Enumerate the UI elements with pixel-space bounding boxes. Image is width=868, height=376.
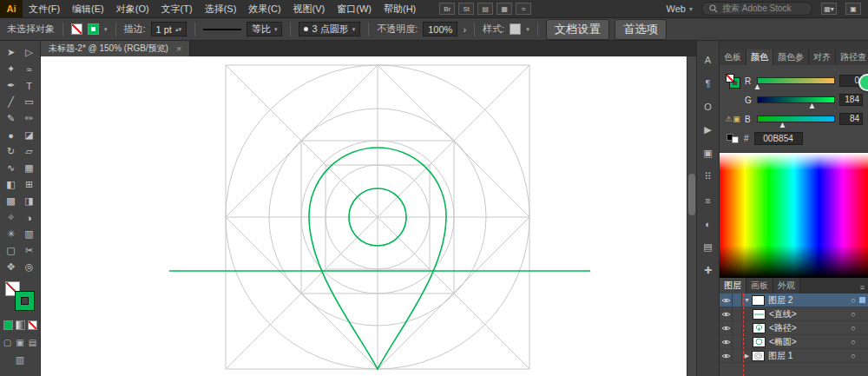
workspace-switcher[interactable]: Web ▾ <box>667 3 693 14</box>
type-tool[interactable]: T <box>20 77 38 94</box>
draw-behind-button[interactable]: ▣ <box>16 338 23 347</box>
layer-thumbnail[interactable] <box>753 309 766 320</box>
style-swatch[interactable] <box>510 23 521 35</box>
menu-file[interactable]: 文件(F) <box>23 0 66 17</box>
links-panel-icon[interactable]: ▣ <box>697 142 719 165</box>
slider-thumb[interactable] <box>755 84 760 89</box>
magic-wand-tool[interactable]: ✦ <box>2 61 20 77</box>
vertical-scrollbar[interactable] <box>687 56 696 376</box>
chevron-down-icon[interactable]: ▾ <box>526 26 529 33</box>
layer-row-line[interactable]: <直线> ○ <box>720 307 868 321</box>
expand-icon[interactable]: ▶ <box>742 353 752 360</box>
screen-mode-button[interactable]: ▥ <box>16 354 24 366</box>
app-logo[interactable]: Ai <box>0 0 23 17</box>
window-icon[interactable]: ▣ <box>845 3 861 15</box>
lock-toggle[interactable] <box>733 335 742 348</box>
pen-tool[interactable]: ✒ <box>2 77 20 94</box>
selection-tool[interactable]: ➤ <box>2 44 20 61</box>
stock-search-input[interactable]: 搜索 Adobe Stock <box>701 2 812 16</box>
green-slider[interactable] <box>757 96 835 103</box>
extras-panel-icon[interactable]: ✚ <box>697 259 719 282</box>
line-segment-tool[interactable]: ╱ <box>2 94 20 110</box>
lock-toggle[interactable] <box>733 349 742 362</box>
opentype-panel-icon[interactable]: O <box>697 95 719 118</box>
scale-tool[interactable]: ▱ <box>20 143 38 160</box>
eyedropper-tool[interactable]: ✧ <box>2 209 20 226</box>
color-button[interactable] <box>3 320 13 330</box>
default-colors-icon[interactable] <box>727 134 739 143</box>
red-slider[interactable] <box>757 77 835 84</box>
shape-builder-tool[interactable]: ◧ <box>2 176 20 193</box>
target-icon[interactable]: ○ <box>848 338 858 346</box>
menu-object[interactable]: 对象(O) <box>110 0 155 17</box>
visibility-toggle[interactable] <box>720 349 733 362</box>
grid-layout-icon[interactable]: ▦ <box>496 3 512 15</box>
menu-type[interactable]: 文字(T) <box>155 0 199 17</box>
fill-proxy-mini[interactable] <box>726 74 734 82</box>
tab-pathfinder[interactable]: 路径查 <box>836 49 868 65</box>
layer-thumbnail[interactable] <box>752 295 765 306</box>
green-value[interactable]: 184 <box>839 94 863 106</box>
direct-selection-tool[interactable]: ▷ <box>20 44 38 61</box>
layer-name[interactable]: <直线> <box>769 308 848 320</box>
align-panel-icon[interactable]: ≡ <box>697 188 719 212</box>
width-profile-dropdown[interactable]: 等比 ▾ <box>247 22 283 36</box>
gradient-panel-icon[interactable]: ◐ <box>697 212 719 235</box>
layer-row-layer2[interactable]: ▼ 图层 2 ○ <box>720 294 868 307</box>
layer-row-ellipse[interactable]: <椭圆> ○ <box>720 335 868 349</box>
visibility-toggle[interactable] <box>720 294 733 307</box>
menu-window[interactable]: 窗口(W) <box>331 0 378 17</box>
layer-thumbnail[interactable] <box>752 351 765 361</box>
blue-slider[interactable] <box>757 115 835 122</box>
target-icon[interactable]: ○ <box>848 324 858 333</box>
canvas[interactable] <box>41 56 687 376</box>
rotate-tool[interactable]: ↻ <box>2 143 20 160</box>
free-transform-tool[interactable]: ▦ <box>20 160 38 176</box>
document-setup-button[interactable]: 文档设置 <box>546 19 609 40</box>
width-tool[interactable]: ∿ <box>2 160 20 176</box>
brush-dropdown[interactable]: 3 点圆形 ▾ <box>299 22 360 36</box>
workspace-grid-icon[interactable]: ▦▾ <box>821 3 837 15</box>
visibility-toggle[interactable] <box>720 321 733 334</box>
expand-icon[interactable]: ▼ <box>742 297 752 303</box>
close-icon[interactable]: × <box>176 43 181 54</box>
lasso-tool[interactable]: ≈ <box>20 61 38 77</box>
slice-tool[interactable]: ✂ <box>20 242 38 259</box>
eraser-tool[interactable]: ◪ <box>20 127 38 143</box>
column-graph-tool[interactable]: ▥ <box>20 226 38 242</box>
color-spectrum[interactable] <box>720 152 868 278</box>
target-icon[interactable]: ○ <box>848 310 858 319</box>
layer-thumbnail[interactable] <box>753 323 766 333</box>
target-icon[interactable]: ○ <box>848 352 858 360</box>
tab-layers[interactable]: 图层 <box>720 278 746 294</box>
menu-effect[interactable]: 效果(C) <box>242 0 286 17</box>
lock-toggle[interactable] <box>733 321 742 334</box>
none-button[interactable] <box>28 320 37 330</box>
menu-edit[interactable]: 编辑(E) <box>66 0 110 17</box>
opacity-more-icon[interactable]: › <box>463 24 466 35</box>
bridge-icon[interactable]: Br <box>439 3 455 15</box>
fill-color-swatch[interactable] <box>71 23 82 35</box>
fill-stroke-proxy[interactable] <box>725 74 740 88</box>
slider-thumb[interactable] <box>810 103 815 109</box>
arrange-documents-icon[interactable]: ▤ <box>477 3 493 15</box>
pencil-tool[interactable]: ✏ <box>20 110 38 127</box>
layer-row-path[interactable]: <路径> ○ <box>720 321 868 335</box>
hand-tool[interactable]: ✥ <box>2 259 20 275</box>
lock-toggle[interactable] <box>733 307 742 320</box>
gradient-button[interactable] <box>16 320 25 330</box>
scrollbar-thumb[interactable] <box>688 174 695 215</box>
gradient-tool[interactable]: ◨ <box>20 193 38 209</box>
zoom-tool[interactable]: ◎ <box>20 259 38 275</box>
menu-view[interactable]: 视图(V) <box>287 0 332 17</box>
layer-name[interactable]: 图层 2 <box>768 294 848 307</box>
tab-align[interactable]: 对齐 <box>809 49 836 65</box>
tab-swatches[interactable]: 色板 <box>720 49 746 65</box>
paintbrush-tool[interactable]: ✎ <box>2 110 20 127</box>
stock-icon[interactable]: St <box>458 3 474 15</box>
stroke-weight-input[interactable]: 1 pt ▴▾ <box>151 22 187 36</box>
selection-indicator[interactable] <box>858 297 866 303</box>
menu-help[interactable]: 帮助(H) <box>378 0 422 17</box>
stepper-icon[interactable]: ▴▾ <box>175 26 181 33</box>
symbol-sprayer-tool[interactable]: ✳ <box>2 226 20 242</box>
